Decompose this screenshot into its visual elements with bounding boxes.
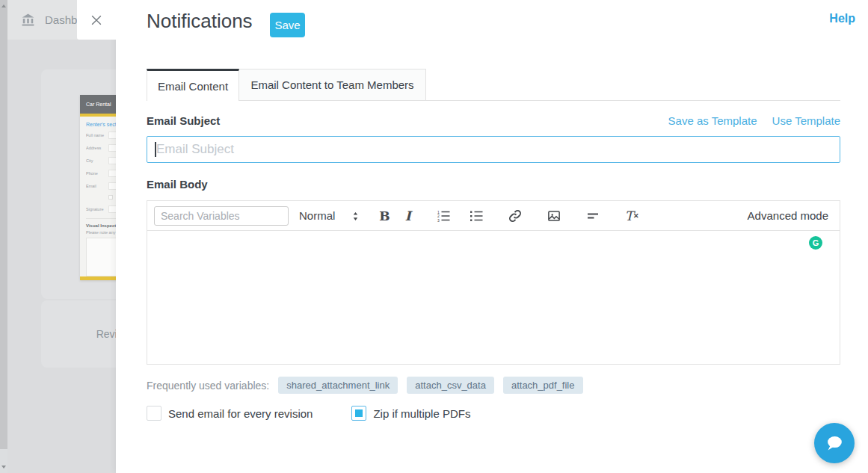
chat-bubble-icon [823, 432, 846, 454]
options-row: Send email for every revision Zip if mul… [147, 406, 470, 421]
editor-toolbar: Normal B I 123 T✕ [147, 201, 840, 231]
scrollbar-up-icon[interactable] [1, 4, 6, 7]
document-field-label: City [86, 158, 108, 163]
document-field-label: Phone [86, 171, 108, 176]
variable-chip-shared-attachment-link[interactable]: shared_attachment_link [278, 377, 398, 394]
email-subject-label: Email Subject [147, 114, 220, 127]
save-as-template-link[interactable]: Save as Template [668, 114, 757, 127]
document-checkbox [108, 195, 113, 200]
variable-chip-attach-csv-data[interactable]: attach_csv_data [407, 377, 494, 394]
updown-arrows-icon [351, 211, 360, 220]
use-template-link[interactable]: Use Template [772, 114, 840, 127]
option-zip-if-multiple-pdfs[interactable]: Zip if multiple PDFs [351, 406, 470, 421]
variable-chip-attach-pdf-file[interactable]: attach_pdf_file [503, 377, 583, 394]
advanced-mode-toggle[interactable]: Advanced mode [748, 209, 828, 222]
clear-formatting-button[interactable]: T✕ [625, 208, 639, 223]
checkbox-unchecked-icon[interactable] [147, 406, 161, 421]
scrollbar-thumb[interactable] [0, 0, 7, 449]
page-title: Notifications [147, 10, 253, 33]
template-links: Save as Template Use Template [668, 114, 840, 127]
bold-button[interactable]: B [379, 208, 390, 223]
breadcrumb[interactable]: Dashboard [45, 0, 77, 40]
help-link[interactable]: Help [829, 12, 855, 25]
italic-button[interactable]: I [405, 208, 411, 223]
email-subject-input[interactable] [147, 136, 840, 163]
document-field-label: Full name [86, 133, 108, 137]
frequently-used-variables: Frequently used variables: shared_attach… [147, 377, 840, 394]
format-dropdown[interactable]: Normal [299, 209, 360, 222]
clear-formatting-glyph: T [625, 208, 633, 223]
image-button[interactable] [547, 209, 561, 223]
option-send-email-every-revision[interactable]: Send email for every revision [147, 406, 313, 421]
bullet-list-button[interactable] [470, 209, 483, 223]
tab-bar: Email Content Email Content to Team Memb… [147, 69, 426, 101]
document-field-label: Signature [86, 207, 108, 211]
ordered-list-button[interactable]: 123 [437, 209, 450, 223]
tab-email-content-team[interactable]: Email Content to Team Members [239, 69, 426, 101]
svg-text:3: 3 [437, 217, 440, 222]
bank-icon [21, 13, 35, 27]
drawer-close-tab [77, 0, 116, 40]
variables-label: Frequently used variables: [147, 380, 269, 392]
scrollbar-down-icon[interactable] [1, 466, 6, 469]
document-field-label: Email [86, 184, 108, 188]
align-button[interactable] [586, 209, 600, 223]
format-dropdown-value: Normal [299, 209, 335, 222]
save-button[interactable]: Save [270, 13, 305, 37]
email-body-label: Email Body [147, 178, 208, 191]
page-scrollbar[interactable] [0, 0, 7, 473]
close-icon[interactable] [89, 13, 104, 28]
option-label: Zip if multiple PDFs [373, 407, 470, 420]
chat-button[interactable] [814, 423, 855, 463]
email-body-editor: Normal B I 123 T✕ [147, 200, 840, 365]
notifications-drawer: Notifications Save Help Email Content Em… [116, 0, 868, 473]
checkbox-checked-icon[interactable] [351, 406, 366, 421]
option-label: Send email for every revision [168, 407, 313, 420]
document-field-label: Address [86, 146, 108, 150]
text-caret [155, 142, 156, 157]
email-body-textarea[interactable]: G [147, 231, 840, 364]
tab-email-content[interactable]: Email Content [147, 69, 239, 101]
link-button[interactable] [508, 209, 522, 223]
clear-formatting-x: ✕ [633, 212, 639, 220]
grammarly-icon[interactable]: G [809, 236, 822, 250]
search-variables-input[interactable] [154, 206, 289, 226]
